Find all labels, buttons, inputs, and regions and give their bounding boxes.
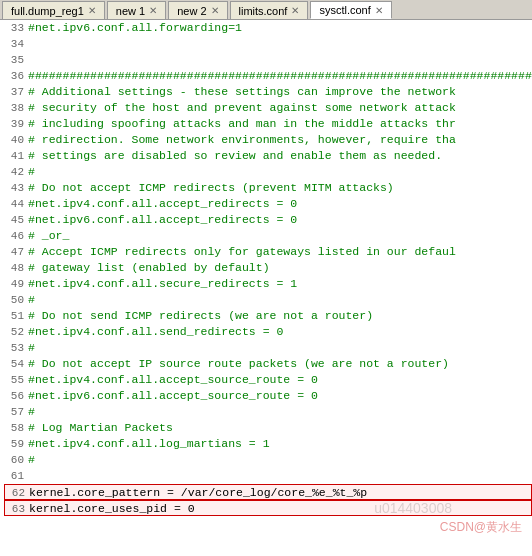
line-row: 63kernel.core_uses_pid = 0: [4, 500, 532, 516]
line-content: #net.ipv4.conf.all.accept_redirects = 0: [28, 196, 297, 212]
line-row: 47# Accept ICMP redirects only for gatew…: [4, 244, 532, 260]
line-number: 36: [4, 68, 28, 84]
line-number: 48: [4, 260, 28, 276]
line-content: kernel.core_uses_pid = 0: [29, 501, 195, 515]
line-content: # gateway list (enabled by default): [28, 260, 270, 276]
line-row: 55#net.ipv4.conf.all.accept_source_route…: [4, 372, 532, 388]
line-number: 45: [4, 212, 28, 228]
line-row: 61: [4, 468, 532, 484]
line-number: 38: [4, 100, 28, 116]
line-content: #net.ipv4.conf.all.accept_source_route =…: [28, 372, 318, 388]
line-number: 57: [4, 404, 28, 420]
line-content: # security of the host and prevent again…: [28, 100, 456, 116]
line-row: 34: [4, 36, 532, 52]
line-row: 41# settings are disabled so review and …: [4, 148, 532, 164]
line-number: 44: [4, 196, 28, 212]
line-content: #: [28, 164, 35, 180]
line-content: # including spoofing attacks and man in …: [28, 116, 456, 132]
line-row: 60#: [4, 452, 532, 468]
line-number: 52: [4, 324, 28, 340]
line-row: 58# Log Martian Packets: [4, 420, 532, 436]
line-content: #net.ipv6.conf.all.accept_source_route =…: [28, 388, 318, 404]
line-content: # Accept ICMP redirects only for gateway…: [28, 244, 456, 260]
line-number: 39: [4, 116, 28, 132]
line-content: #net.ipv4.conf.all.secure_redirects = 1: [28, 276, 297, 292]
line-number: 62: [5, 485, 29, 499]
line-number: 58: [4, 420, 28, 436]
line-number: 53: [4, 340, 28, 356]
line-content: ########################################…: [28, 68, 532, 84]
line-number: 51: [4, 308, 28, 324]
line-content: #: [28, 292, 35, 308]
line-number: 46: [4, 228, 28, 244]
line-number: 59: [4, 436, 28, 452]
line-number: 43: [4, 180, 28, 196]
editor: 33#net.ipv6.conf.all.forwarding=1343536#…: [0, 20, 532, 556]
tab-new1[interactable]: new 1✕: [107, 1, 166, 19]
tab-close-full-dump[interactable]: ✕: [88, 5, 96, 16]
line-number: 56: [4, 388, 28, 404]
line-content: #net.ipv4.conf.all.log_martians = 1: [28, 436, 270, 452]
line-row: 62kernel.core_pattern = /var/core_log/co…: [4, 484, 532, 500]
line-content: # _or_: [28, 228, 69, 244]
tab-close-new2[interactable]: ✕: [211, 5, 219, 16]
line-number: 61: [4, 468, 28, 484]
line-content: kernel.core_pattern = /var/core_log/core…: [29, 485, 367, 499]
line-row: 33#net.ipv6.conf.all.forwarding=1: [4, 20, 532, 36]
line-content: # Do not accept ICMP redirects (prevent …: [28, 180, 394, 196]
line-content: #: [28, 340, 35, 356]
line-row: 40# redirection. Some network environmen…: [4, 132, 532, 148]
line-content: #: [28, 452, 35, 468]
line-number: 35: [4, 52, 28, 68]
line-row: 43# Do not accept ICMP redirects (preven…: [4, 180, 532, 196]
line-row: 56#net.ipv6.conf.all.accept_source_route…: [4, 388, 532, 404]
line-number: 47: [4, 244, 28, 260]
line-content: #net.ipv4.conf.all.send_redirects = 0: [28, 324, 283, 340]
line-content: # redirection. Some network environments…: [28, 132, 456, 148]
line-content: # Do not accept IP source route packets …: [28, 356, 449, 372]
tab-close-sysctl[interactable]: ✕: [375, 5, 383, 16]
line-content: #net.ipv6.conf.all.forwarding=1: [28, 20, 242, 36]
line-number: 55: [4, 372, 28, 388]
line-row: 35: [4, 52, 532, 68]
line-number: 33: [4, 20, 28, 36]
line-row: 48# gateway list (enabled by default): [4, 260, 532, 276]
line-content: # settings are disabled so review and en…: [28, 148, 442, 164]
line-number: 40: [4, 132, 28, 148]
line-row: 36######################################…: [4, 68, 532, 84]
line-number: 54: [4, 356, 28, 372]
line-row: 57#: [4, 404, 532, 420]
line-content: # Additional settings - these settings c…: [28, 84, 456, 100]
line-row: 53#: [4, 340, 532, 356]
tab-sysctl[interactable]: sysctl.conf✕: [310, 1, 391, 19]
line-content: #net.ipv6.conf.all.accept_redirects = 0: [28, 212, 297, 228]
line-number: 42: [4, 164, 28, 180]
line-number: 41: [4, 148, 28, 164]
line-number: 49: [4, 276, 28, 292]
line-number: 60: [4, 452, 28, 468]
line-number: 37: [4, 84, 28, 100]
line-row: 46# _or_: [4, 228, 532, 244]
line-row: 52#net.ipv4.conf.all.send_redirects = 0: [4, 324, 532, 340]
line-row: 42#: [4, 164, 532, 180]
line-number: 63: [5, 501, 29, 515]
line-row: 51# Do not send ICMP redirects (we are n…: [4, 308, 532, 324]
tab-limits[interactable]: limits.conf✕: [230, 1, 309, 19]
line-content: # Log Martian Packets: [28, 420, 173, 436]
line-row: 37# Additional settings - these settings…: [4, 84, 532, 100]
line-number: 50: [4, 292, 28, 308]
code-lines: 33#net.ipv6.conf.all.forwarding=1343536#…: [0, 20, 532, 556]
line-row: 49#net.ipv4.conf.all.secure_redirects = …: [4, 276, 532, 292]
line-content: #: [28, 404, 35, 420]
tab-close-new1[interactable]: ✕: [149, 5, 157, 16]
line-row: 54# Do not accept IP source route packet…: [4, 356, 532, 372]
line-content: # Do not send ICMP redirects (we are not…: [28, 308, 373, 324]
tab-close-limits[interactable]: ✕: [291, 5, 299, 16]
line-row: 38# security of the host and prevent aga…: [4, 100, 532, 116]
line-row: 50#: [4, 292, 532, 308]
tab-full-dump[interactable]: full.dump_reg1✕: [2, 1, 105, 19]
line-row: 39# including spoofing attacks and man i…: [4, 116, 532, 132]
line-row: 44#net.ipv4.conf.all.accept_redirects = …: [4, 196, 532, 212]
tab-new2[interactable]: new 2✕: [168, 1, 227, 19]
line-number: 34: [4, 36, 28, 52]
